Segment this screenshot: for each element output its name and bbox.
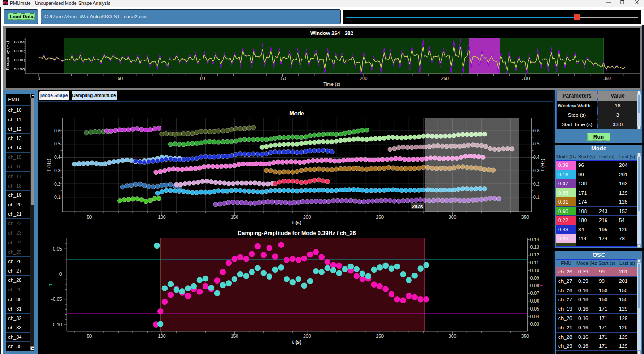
svg-text:50: 50 <box>86 333 92 339</box>
svg-text:300: 300 <box>448 333 456 339</box>
svg-text:0.3: 0.3 <box>54 168 60 173</box>
svg-text:-0.10: -0.10 <box>51 322 62 327</box>
svg-text:0.11: 0.11 <box>530 260 539 265</box>
svg-text:0.1: 0.1 <box>533 194 540 200</box>
svg-text:300: 300 <box>448 214 456 220</box>
svg-text:0.4: 0.4 <box>533 154 540 160</box>
svg-text:0.03: 0.03 <box>530 321 539 327</box>
svg-text:Damping-Amplitude for Mode 0.3: Damping-Amplitude for Mode 0.39Hz / ch_2… <box>237 230 356 236</box>
svg-text:0.5: 0.5 <box>54 141 60 146</box>
svg-text:60.02: 60.02 <box>14 48 25 53</box>
svg-text:250: 250 <box>376 214 384 220</box>
svg-text:0.4: 0.4 <box>54 154 60 160</box>
svg-text:350: 350 <box>603 76 611 81</box>
svg-text:300: 300 <box>522 76 530 81</box>
svg-text:150: 150 <box>230 214 238 220</box>
svg-text:282s: 282s <box>412 204 423 209</box>
svg-text:60.04: 60.04 <box>14 39 25 44</box>
svg-text:Time (s): Time (s) <box>323 81 340 87</box>
svg-text:150: 150 <box>230 333 238 339</box>
svg-text:100: 100 <box>158 214 166 220</box>
svg-text:0.06: 0.06 <box>530 298 539 303</box>
svg-text:f (Hz): f (Hz) <box>46 159 51 171</box>
svg-text:ƒ: ƒ <box>538 284 542 286</box>
svg-text:0.5: 0.5 <box>533 141 540 146</box>
svg-text:0.3: 0.3 <box>533 168 540 173</box>
svg-text:350: 350 <box>521 214 529 220</box>
svg-text:τ: τ <box>47 284 52 286</box>
svg-text:t (s): t (s) <box>292 220 301 225</box>
svg-text:Frequency (Hz): Frequency (Hz) <box>6 41 10 70</box>
svg-text:50: 50 <box>118 76 123 81</box>
svg-text:0.07: 0.07 <box>530 290 539 296</box>
svg-text:-0.05: -0.05 <box>51 296 62 302</box>
svg-text:50: 50 <box>86 214 92 220</box>
svg-text:0.09: 0.09 <box>530 275 539 281</box>
svg-text:Window 264 - 282: Window 264 - 282 <box>310 30 353 36</box>
svg-text:t (s): t (s) <box>292 339 301 345</box>
svg-text:0.10: 0.10 <box>530 268 539 273</box>
svg-text:0.05: 0.05 <box>53 246 62 252</box>
svg-text:0.05: 0.05 <box>530 306 539 311</box>
svg-text:200: 200 <box>360 76 368 81</box>
svg-text:0.13: 0.13 <box>530 244 539 250</box>
svg-text:0: 0 <box>38 76 40 81</box>
svg-text:250: 250 <box>376 333 384 339</box>
svg-text:200: 200 <box>303 214 311 220</box>
svg-text:60.00: 60.00 <box>14 57 25 62</box>
svg-text:0.6: 0.6 <box>533 128 540 133</box>
svg-text:59.98: 59.98 <box>14 66 25 71</box>
svg-text:0.2: 0.2 <box>54 181 60 187</box>
svg-text:100: 100 <box>198 76 205 81</box>
svg-text:Mode: Mode <box>289 111 304 117</box>
svg-text:0: 0 <box>59 271 62 277</box>
svg-text:250: 250 <box>441 76 449 81</box>
svg-text:150: 150 <box>279 76 286 81</box>
svg-text:0.04: 0.04 <box>530 314 539 319</box>
svg-text:100: 100 <box>158 333 166 339</box>
svg-text:0.12: 0.12 <box>530 252 539 257</box>
svg-text:0.6: 0.6 <box>54 128 60 133</box>
svg-text:200: 200 <box>303 333 311 339</box>
svg-text:0.2: 0.2 <box>533 181 540 187</box>
svg-text:f (Hz): f (Hz) <box>539 159 545 171</box>
svg-text:350: 350 <box>521 333 529 339</box>
svg-text:0.1: 0.1 <box>54 194 60 200</box>
svg-text:0.14: 0.14 <box>530 237 539 242</box>
